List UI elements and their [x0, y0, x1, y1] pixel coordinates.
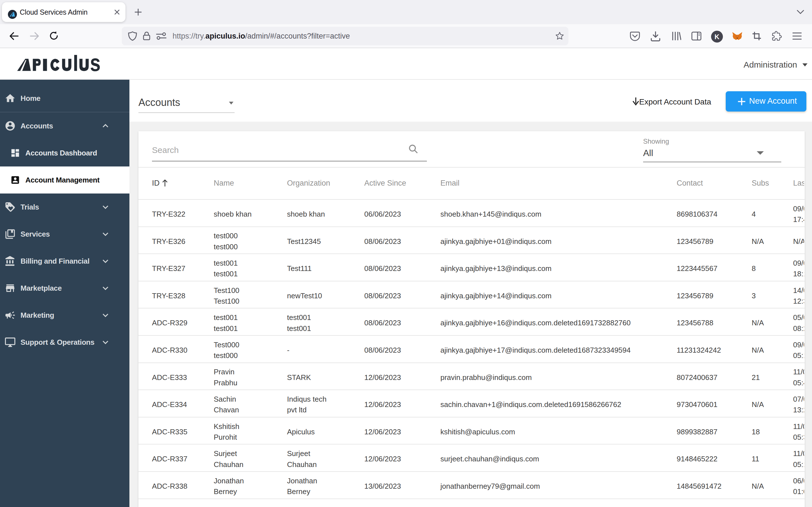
svg-text:s: s	[90, 55, 100, 71]
svg-text:K: K	[714, 33, 719, 41]
